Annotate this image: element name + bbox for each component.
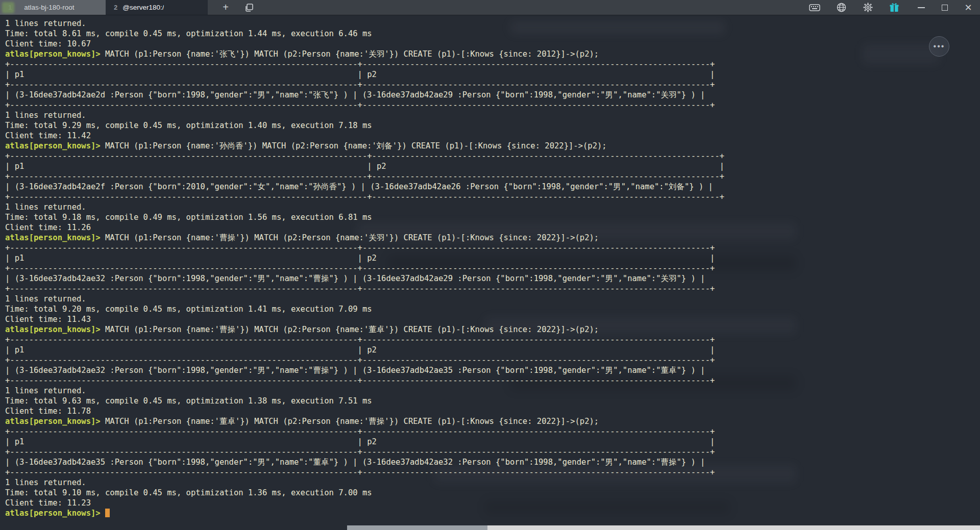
terminal-line: atlas[person_knows]>: [5, 508, 980, 518]
terminal-line: +---------------------------------------…: [5, 447, 980, 457]
duplicate-tab-icon[interactable]: [237, 0, 261, 15]
terminal-line: | p1 | p2 |: [5, 253, 980, 263]
terminal-line: +---------------------------------------…: [5, 59, 980, 69]
new-tab-button[interactable]: +: [214, 0, 237, 15]
more-options-button[interactable]: •••: [929, 36, 949, 57]
tab-number: 2: [114, 4, 117, 11]
tab-label: atlas-bj-180-root: [24, 4, 74, 11]
shell-prompt: atlas[person_knows]>: [5, 141, 101, 150]
terminal-line: | p1 | p2 |: [5, 345, 980, 355]
terminal-line: Client time: 11.42: [5, 131, 980, 141]
globe-icon[interactable]: [828, 0, 854, 15]
shell-prompt: atlas[person_knows]>: [5, 509, 101, 518]
terminal-pane[interactable]: 1 lines returned.Time: total 8.61 ms, co…: [0, 16, 980, 530]
shell-prompt: atlas[person_knows]>: [5, 325, 101, 334]
terminal-line: | p1 | p2 |: [5, 69, 980, 80]
close-button[interactable]: ✕: [957, 0, 980, 15]
terminal-line: | p1 | p2 |: [5, 437, 980, 447]
gift-icon[interactable]: [881, 0, 908, 15]
tab-server180[interactable]: 2 @server180:/: [106, 0, 208, 15]
terminal-line: Client time: 11.78: [5, 406, 980, 416]
terminal-line: +---------------------------------------…: [5, 192, 980, 202]
terminal-line: +---------------------------------------…: [5, 426, 980, 437]
terminal-line: +---------------------------------------…: [5, 100, 980, 110]
terminal-line: 1 lines returned.: [5, 110, 980, 120]
tab-atlas-bj-180-root[interactable]: 1 atlas-bj-180-root: [0, 0, 106, 15]
terminal-line: | p1 | p2 |: [5, 161, 980, 171]
terminal-line: 1 lines returned.: [5, 18, 980, 29]
settings-gear-icon[interactable]: [854, 0, 881, 15]
shell-prompt: atlas[person_knows]>: [5, 233, 101, 242]
terminal-line: Time: total 8.61 ms, compile 0.45 ms, op…: [5, 29, 980, 39]
terminal-line: +---------------------------------------…: [5, 335, 980, 345]
terminal-line: | (3-16dee37adb42ae2f :Person {"born":20…: [5, 182, 980, 192]
tab-status-icon: [2, 2, 14, 13]
terminal-line: | (3-16dee37adb42ae35 :Person {"born":19…: [5, 457, 980, 467]
tab-bar: 1 atlas-bj-180-root 2 @server180:/ +: [0, 0, 980, 15]
terminal-line: | (3-16dee37adb42ae2d :Person {"born":19…: [5, 90, 980, 100]
terminal-line: Client time: 11.23: [5, 498, 980, 508]
terminal-line: Time: total 9.29 ms, compile 0.45 ms, op…: [5, 120, 980, 131]
terminal-line: +---------------------------------------…: [5, 171, 980, 182]
terminal-line: 1 lines returned.: [5, 202, 980, 212]
terminal-line: Client time: 11.26: [5, 222, 980, 233]
terminal-line: +---------------------------------------…: [5, 243, 980, 253]
terminal-line: atlas[person_knows]> MATCH (p1:Person {n…: [5, 233, 980, 243]
tab-label: @server180:/: [122, 4, 164, 11]
terminal-line: +---------------------------------------…: [5, 80, 980, 90]
maximize-button[interactable]: [933, 0, 957, 15]
terminal-line: 1 lines returned.: [5, 477, 980, 488]
terminal-line: Client time: 11.43: [5, 314, 980, 324]
terminal-line: Time: total 9.20 ms, compile 0.45 ms, op…: [5, 304, 980, 314]
terminal-line: +---------------------------------------…: [5, 151, 980, 161]
shell-prompt: atlas[person_knows]>: [5, 49, 101, 59]
terminal-line: | (3-16dee37adb42ae32 :Person {"born":19…: [5, 365, 980, 375]
keyboard-icon[interactable]: [801, 0, 828, 15]
terminal-line: 1 lines returned.: [5, 294, 980, 304]
minimize-button[interactable]: [910, 0, 933, 15]
terminal-line: +---------------------------------------…: [5, 284, 980, 294]
terminal-line: +---------------------------------------…: [5, 355, 980, 365]
terminal-output: 1 lines returned.Time: total 8.61 ms, co…: [0, 16, 980, 518]
scrollbar-track[interactable]: [487, 525, 980, 530]
terminal-line: atlas[person_knows]> MATCH (p1:Person {n…: [5, 324, 980, 335]
terminal-line: atlas[person_knows]> MATCH (p1:Person {n…: [5, 141, 980, 151]
terminal-line: | (3-16dee37adb42ae32 :Person {"born":19…: [5, 273, 980, 284]
horizontal-scrollbar: [0, 525, 980, 530]
terminal-line: +---------------------------------------…: [5, 467, 980, 477]
shell-prompt: atlas[person_knows]>: [5, 417, 101, 426]
titlebar-drag-area: [261, 0, 801, 15]
terminal-line: atlas[person_knows]> MATCH (p1:Person {n…: [5, 416, 980, 426]
terminal-line: +---------------------------------------…: [5, 375, 980, 386]
terminal-line: Client time: 10.67: [5, 39, 980, 49]
terminal-line: atlas[person_knows]> MATCH (p1:Person {n…: [5, 49, 980, 59]
terminal-line: +---------------------------------------…: [5, 263, 980, 273]
terminal-cursor: [105, 509, 110, 517]
terminal-line: Time: total 9.10 ms, compile 0.45 ms, op…: [5, 488, 980, 498]
scrollbar-thumb[interactable]: [347, 525, 487, 530]
terminal-line: Time: total 9.63 ms, compile 0.45 ms, op…: [5, 396, 980, 406]
terminal-line: Time: total 9.18 ms, compile 0.49 ms, op…: [5, 212, 980, 222]
terminal-line: 1 lines returned.: [5, 386, 980, 396]
